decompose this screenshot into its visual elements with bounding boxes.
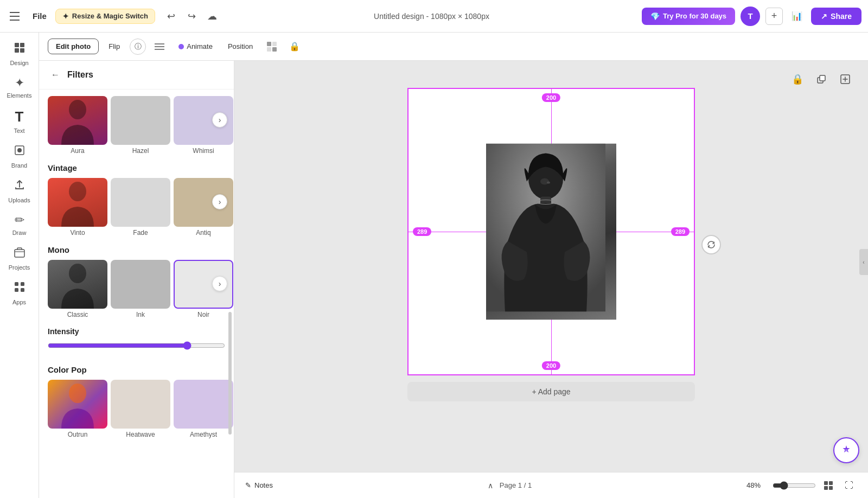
notes-icon: ✎ — [245, 481, 251, 489]
svg-point-16 — [69, 264, 86, 283]
filter-label-classic: Classic — [48, 311, 107, 318]
svg-rect-10 — [15, 282, 18, 286]
sidebar-item-text[interactable]: T Text — [2, 104, 37, 138]
svg-point-25 — [540, 178, 549, 185]
filter-label-amethyst: Amethyst — [174, 431, 233, 438]
gem-icon: 💎 — [650, 12, 660, 21]
filter-item-fade[interactable]: Fade — [111, 178, 170, 237]
sidebar-item-elements[interactable]: ✦ Elements — [2, 72, 37, 103]
uploads-icon — [13, 178, 26, 195]
filter-item-heatwave[interactable]: Heatwave — [111, 380, 170, 438]
svg-point-8 — [17, 148, 22, 152]
bottom-center: ∧ Page 1 / 1 — [488, 481, 532, 490]
svg-point-17 — [69, 384, 86, 403]
svg-rect-19 — [820, 75, 825, 81]
history-controls: ↩ ↪ ☁ — [162, 7, 221, 25]
svg-rect-30 — [824, 486, 828, 490]
page-nav-up-button[interactable]: ∧ — [488, 481, 493, 490]
filter-label-heatwave: Heatwave — [111, 431, 170, 438]
sidebar: Design ✦ Elements T Text Brand Uploads ✏… — [0, 33, 39, 498]
sidebar-item-draw[interactable]: ✏ Draw — [2, 209, 37, 240]
redo-button[interactable]: ↪ — [182, 7, 201, 25]
vintage-section-title: Vintage — [48, 163, 225, 173]
sidebar-item-apps[interactable]: Apps — [2, 276, 37, 310]
sidebar-item-brand[interactable]: Brand — [2, 139, 37, 173]
lock-canvas-button[interactable]: 🔒 — [788, 69, 807, 89]
measurement-right: 289 — [671, 227, 690, 236]
edit-photo-button[interactable]: Edit photo — [48, 39, 99, 54]
magic-wand-button[interactable] — [833, 437, 859, 463]
mono-section: Mono Classic Ink N — [39, 239, 234, 321]
filters-next-button-top[interactable]: › — [212, 112, 227, 127]
page-info: Page 1 / 1 — [500, 481, 532, 489]
menu-icon[interactable] — [7, 8, 24, 25]
document-title: Untitled design - 1080px × 1080px — [226, 12, 637, 21]
sidebar-item-projects[interactable]: Projects — [2, 241, 37, 275]
filter-item-aura[interactable]: Aura — [48, 96, 107, 155]
filter-item-hazel[interactable]: Hazel — [111, 96, 170, 155]
svg-rect-4 — [20, 43, 24, 47]
svg-point-14 — [69, 100, 86, 119]
zoom-slider[interactable] — [773, 481, 816, 490]
canvas-photo[interactable] — [486, 144, 616, 320]
add-canvas-button[interactable] — [835, 69, 855, 89]
share-button[interactable]: ↗ Share — [811, 8, 861, 25]
filter-label-noir: Noir — [174, 311, 233, 318]
filters-next-button-mono[interactable]: › — [212, 276, 227, 291]
duplicate-canvas-button[interactable] — [812, 69, 831, 89]
filter-item-ink[interactable]: Ink — [111, 260, 170, 318]
vintage-section: Vintage Vinto Fade — [39, 157, 234, 239]
notes-button[interactable]: ✎ Notes — [245, 481, 273, 489]
info-button[interactable]: ⓘ — [130, 39, 146, 55]
panel-scroll: Aura Hazel Whimsi › Vintage — [39, 90, 234, 451]
animate-button[interactable]: Animate — [173, 39, 218, 54]
panel-back-button[interactable]: ← — [48, 67, 63, 82]
right-panel-expand-button[interactable]: ‹ — [859, 249, 868, 275]
svg-rect-9 — [15, 250, 24, 257]
svg-rect-28 — [824, 481, 828, 485]
lines-button[interactable] — [150, 37, 169, 56]
panel-scrollbar-track — [228, 158, 232, 465]
lock-button[interactable]: 🔒 — [285, 37, 304, 56]
flip-button[interactable]: Flip — [103, 39, 125, 54]
canvas-board[interactable]: 200 289 289 200 — [407, 88, 695, 375]
text-icon: T — [15, 108, 24, 125]
add-page-button[interactable]: + Add page — [407, 382, 695, 401]
intensity-section: Intensity — [39, 321, 234, 359]
brand-icon — [13, 144, 26, 160]
analytics-button[interactable]: 📊 — [788, 8, 806, 25]
fullscreen-button[interactable]: ⛶ — [841, 477, 857, 494]
filter-item-outrun[interactable]: Outrun — [48, 380, 107, 438]
grid-view-button[interactable] — [820, 477, 837, 494]
add-account-button[interactable]: + — [765, 8, 783, 25]
position-button[interactable]: Position — [222, 39, 258, 54]
filter-item-amethyst[interactable]: Amethyst — [174, 380, 233, 438]
share-icon: ↗ — [821, 12, 827, 21]
cloud-save-button[interactable]: ☁ — [203, 7, 221, 25]
bw-photo — [486, 144, 616, 320]
star-icon: ✦ — [62, 12, 69, 21]
sidebar-item-design[interactable]: Design — [2, 37, 37, 71]
filters-next-button-vintage[interactable]: › — [212, 194, 227, 209]
topbar: File ✦ Resize & Magic Switch ↩ ↪ ☁ Untit… — [0, 0, 868, 33]
avatar[interactable]: T — [741, 7, 760, 26]
rotate-handle[interactable] — [701, 235, 721, 254]
measurement-bottom: 200 — [542, 361, 560, 370]
topbar-right: 💎 Try Pro for 30 days T + 📊 ↗ Share — [642, 7, 861, 26]
animate-dot — [178, 44, 184, 49]
filter-item-classic[interactable]: Classic — [48, 260, 107, 318]
resize-magic-switch-button[interactable]: ✦ Resize & Magic Switch — [55, 9, 155, 24]
undo-button[interactable]: ↩ — [162, 7, 180, 25]
svg-rect-6 — [20, 48, 24, 53]
filter-item-vinto[interactable]: Vinto — [48, 178, 107, 237]
filters-panel: ← Filters Aura Hazel — [39, 61, 234, 498]
try-pro-button[interactable]: 💎 Try Pro for 30 days — [642, 8, 735, 25]
bottom-left: ✎ Notes — [245, 481, 273, 489]
transparency-button[interactable] — [263, 37, 281, 56]
intensity-slider[interactable] — [48, 341, 225, 350]
sidebar-item-uploads[interactable]: Uploads — [2, 174, 37, 208]
bottom-bar: ✎ Notes ∧ Page 1 / 1 48% ⛶ — [234, 472, 868, 498]
file-menu[interactable]: File — [28, 9, 51, 23]
panel-scrollbar-thumb[interactable] — [228, 312, 232, 435]
canvas-area: 🔒 200 289 289 200 — [234, 61, 868, 498]
